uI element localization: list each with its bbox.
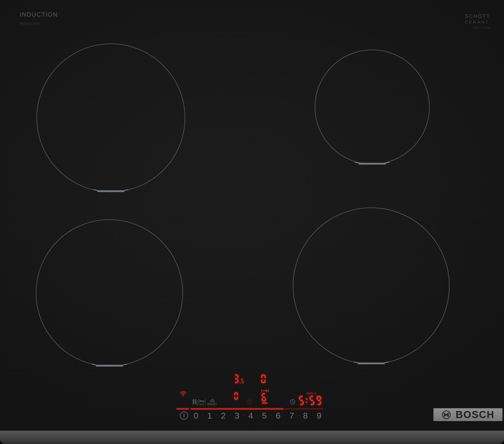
icon-divider [205,399,206,405]
boost-chevrons-icon[interactable] [210,399,215,403]
scale-dot: · [270,412,272,418]
rear-left-power-display-sub [240,379,244,383]
pause-icon[interactable] [193,399,197,404]
zone-marker-icon [355,162,390,164]
scale-level-4[interactable]: 4 [248,411,253,421]
power-icon[interactable] [179,411,188,420]
model-number-label: PIE631HB1 [20,22,41,26]
timer-display [299,396,321,405]
zone-marker-icon [92,364,127,366]
scale-dot: · [311,412,313,418]
scale-dot: · [257,412,258,418]
cooking-zone-circle-rear-left [37,44,185,192]
front-bezel [0,431,504,444]
scale-level-2[interactable]: 2 [221,411,226,421]
front-right-power-display [262,393,266,402]
wifi-icon [179,391,187,397]
slider-segment-active[interactable] [191,408,284,409]
rear-left-power-display [234,374,239,383]
schott-text: SCHOTT [465,14,490,19]
cooking-zones [0,0,504,444]
bosch-emblem-icon [442,410,451,420]
scale-level-1[interactable]: 1 [207,411,212,421]
favorite-star-icon[interactable]: ☆ [245,397,253,406]
slider-segment-power [176,408,189,409]
scale-level-0[interactable]: 0 [194,411,198,421]
scale-level-7[interactable]: 7 [289,411,294,421]
scale-dot: · [202,412,204,418]
timer-unit-label: min:s [306,391,317,395]
cooking-zone-circle-rear-right [315,50,429,164]
boost-label: BOOST [207,403,217,406]
bosch-logo-plate: BOSCH [433,408,502,421]
zone-marker-icon [354,361,389,364]
lock-hold-label: 4 sec [197,403,204,406]
scale-dot: · [284,412,286,418]
scale-dot: · [243,412,245,418]
rear-right-power-display [261,374,266,383]
surface-type-label: INDUCTION [20,11,58,18]
move-zone-arrow-icon [261,389,269,392]
cooking-zone-circle-front-left [36,220,183,366]
power-level-scale: 0 · 1 · 2 · 3 · 4 · 5 · 6 · 7 · 8 · 9 [194,411,322,421]
scale-dot: · [298,412,299,418]
schott-ceran-logo: SCHOTT CERAN ® [465,14,490,24]
scale-level-3[interactable]: 3 [235,411,239,421]
induction-hob-surface: INDUCTION PIE631HB1 SCHOTT CERAN ® 90017… [0,0,504,444]
ceran-text: CERAN [465,20,486,24]
selected-zone-underline [262,402,268,404]
registered-mark: ® [486,20,488,23]
front-left-power-display [234,392,238,400]
part-number-label: 9001778528 [473,26,491,29]
slider-segment-inactive[interactable] [284,408,323,409]
zone-marker-icon [93,189,129,192]
scale-level-8[interactable]: 8 [303,411,308,421]
scale-level-5[interactable]: 5 [262,411,267,421]
timer-clock-icon[interactable] [290,399,295,405]
bosch-logo-text: BOSCH [456,409,494,420]
scale-dot: · [229,412,231,418]
scale-level-9[interactable]: 9 [317,411,322,421]
scale-level-6[interactable]: 6 [276,411,280,421]
scale-dot: · [215,412,217,418]
cooking-zone-circle-front-right [293,208,449,364]
